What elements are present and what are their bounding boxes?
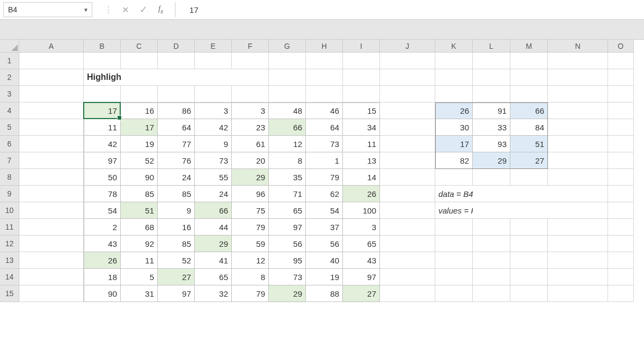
cell[interactable]: 8 [269,152,306,169]
cell[interactable]: 46 [306,102,343,119]
cell[interactable]: 90 [84,285,121,302]
cell[interactable] [19,69,84,86]
cell[interactable]: 17 [435,136,473,152]
cell[interactable]: 19 [121,136,158,152]
cell[interactable] [158,53,195,69]
cell[interactable]: 73 [306,136,343,152]
cell[interactable] [84,53,121,69]
cell[interactable] [435,269,473,285]
cell[interactable] [608,119,634,136]
col-header[interactable]: B [84,40,121,53]
cell[interactable] [608,136,634,152]
cell[interactable] [19,53,84,69]
cell[interactable] [195,53,232,69]
row-header[interactable]: 4 [0,102,19,119]
cell[interactable] [608,86,634,102]
cell[interactable]: 44 [195,219,232,236]
cell[interactable]: 71 [269,186,306,202]
cell[interactable]: 54 [306,202,343,219]
cell[interactable]: 37 [306,219,343,236]
cell[interactable]: 91 [473,102,510,119]
cell[interactable] [548,252,608,269]
col-header[interactable]: E [195,40,232,53]
fx-icon[interactable]: fx [158,5,163,15]
cell[interactable] [510,53,548,69]
row-header[interactable]: 12 [0,236,19,252]
cell[interactable] [380,186,435,202]
select-all-corner[interactable] [0,40,19,53]
cancel-icon[interactable]: ✕ [122,5,129,15]
cell[interactable]: 84 [510,119,548,136]
cell[interactable] [269,86,306,102]
cell[interactable] [510,236,548,252]
cell[interactable]: 75 [232,202,269,219]
cell[interactable] [380,119,435,136]
col-header[interactable]: F [232,40,269,53]
cell[interactable]: 27 [510,152,548,169]
cell[interactable] [435,285,473,302]
cell[interactable] [121,86,158,102]
cell[interactable] [473,202,510,219]
col-header[interactable]: C [121,40,158,53]
cell[interactable] [608,219,634,236]
cell[interactable] [473,285,510,302]
cell[interactable]: 29 [269,285,306,302]
cell[interactable]: 96 [232,186,269,202]
cell[interactable] [608,202,634,219]
cell[interactable] [380,202,435,219]
cell[interactable]: 26 [84,252,121,269]
cell[interactable] [548,236,608,252]
cell[interactable] [608,236,634,252]
cell[interactable]: 90 [121,169,158,186]
cell[interactable]: 43 [343,252,380,269]
col-header[interactable]: H [306,40,343,53]
cell[interactable]: 29 [195,236,232,252]
cell[interactable]: 15 [343,102,380,119]
cell[interactable]: 52 [121,152,158,169]
cell[interactable]: 97 [343,269,380,285]
cell[interactable] [121,69,158,86]
cell[interactable] [473,219,510,236]
cell[interactable]: 17 [121,119,158,136]
cell[interactable] [19,252,84,269]
row-header[interactable]: 7 [0,152,19,169]
cell[interactable] [380,169,435,186]
cell[interactable]: 3 [232,102,269,119]
cell[interactable] [510,69,548,86]
cell[interactable] [195,86,232,102]
cell[interactable]: 51 [121,202,158,219]
cell[interactable] [158,86,195,102]
cell[interactable]: 2 [84,219,121,236]
cell[interactable] [608,252,634,269]
cell[interactable] [435,86,473,102]
cell[interactable]: 29 [473,152,510,169]
cell[interactable]: 54 [84,202,121,219]
cell[interactable] [473,86,510,102]
cell[interactable] [269,69,306,86]
cell[interactable] [380,236,435,252]
cell[interactable] [548,86,608,102]
row-header[interactable]: 10 [0,202,19,219]
cell[interactable] [435,169,473,186]
cell[interactable]: 34 [343,119,380,136]
cell[interactable]: 5 [121,269,158,285]
cell[interactable]: 11 [343,136,380,152]
cell[interactable]: 40 [306,252,343,269]
cell[interactable] [19,186,84,202]
cell[interactable]: 52 [158,252,195,269]
cell[interactable] [510,202,548,219]
cell[interactable]: 14 [343,169,380,186]
cell[interactable]: 76 [158,152,195,169]
cell[interactable]: 24 [195,186,232,202]
cell[interactable] [510,186,548,202]
cell[interactable]: 79 [232,219,269,236]
cell[interactable] [608,53,634,69]
cell[interactable]: 85 [121,186,158,202]
cell[interactable] [232,69,269,86]
cell[interactable] [306,53,343,69]
cell[interactable]: 1 [306,152,343,169]
cell[interactable]: 77 [158,136,195,152]
cell[interactable] [380,53,435,69]
cell[interactable] [121,53,158,69]
cell[interactable]: 73 [269,269,306,285]
